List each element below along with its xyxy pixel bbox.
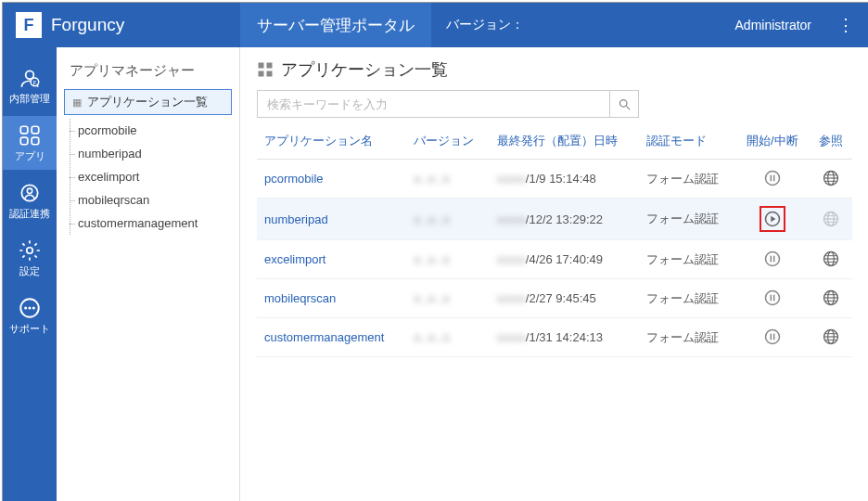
- browse-button: [820, 208, 842, 230]
- logo-icon: F: [16, 12, 42, 38]
- cell-browse: [809, 279, 852, 318]
- tree-item[interactable]: mobileqrscan: [70, 188, 239, 212]
- left-nav: F 内部管理 アプリ 認証連携 設定 サポート: [3, 47, 57, 501]
- cell-published: xxxx/1/31 14:24:13: [490, 318, 640, 357]
- cell-published: xxxx/1/9 15:14:48: [490, 160, 640, 199]
- table-row[interactable]: excelimportx.x.xxxxx/4/26 17:40:49フォーム認証: [257, 240, 852, 279]
- app-name-link[interactable]: mobileqrscan: [257, 279, 406, 318]
- svg-point-36: [765, 291, 779, 305]
- browse-button[interactable]: [820, 287, 842, 309]
- cell-published: xxxx/12/2 13:29:22: [490, 199, 640, 240]
- svg-rect-16: [259, 71, 264, 77]
- browse-button[interactable]: [820, 248, 842, 270]
- svg-rect-3: [20, 126, 28, 134]
- user-badge-icon: F: [18, 66, 42, 90]
- col-action[interactable]: 開始/中断: [735, 123, 809, 160]
- table-row[interactable]: mobileqrscanx.x.xxxxx/2/27 9:45:45フォーム認証: [257, 279, 852, 318]
- app-name-link[interactable]: excelimport: [257, 240, 406, 279]
- pause-icon: [763, 169, 782, 187]
- cell-action: [735, 279, 809, 318]
- nav-settings[interactable]: 設定: [3, 231, 57, 285]
- sidebar: アプリマネージャー ▦ アプリケーション一覧 pcormobile number…: [57, 47, 240, 501]
- svg-rect-6: [32, 137, 39, 145]
- search-input[interactable]: [257, 90, 609, 118]
- cell-browse: [809, 240, 852, 279]
- svg-line-19: [626, 106, 630, 109]
- nav-auth[interactable]: 認証連携: [3, 173, 57, 227]
- svg-rect-14: [259, 63, 264, 69]
- cell-auth: フォーム認証: [639, 279, 735, 318]
- version-label: バージョン：: [431, 17, 539, 33]
- app-name-link[interactable]: customermanagement: [257, 318, 406, 357]
- col-version[interactable]: バージョン: [406, 123, 490, 160]
- browse-button[interactable]: [820, 326, 842, 348]
- app-name-link[interactable]: pcormobile: [257, 160, 406, 199]
- pause-button[interactable]: [761, 167, 784, 189]
- cell-browse: [809, 160, 852, 199]
- pause-button[interactable]: [761, 248, 784, 270]
- globe-icon: [822, 250, 840, 268]
- nav-support[interactable]: サポート: [3, 289, 57, 342]
- tree-children: pcormobile numberipad excelimport mobile…: [70, 119, 239, 235]
- col-browse[interactable]: 参照: [809, 123, 852, 160]
- grid-icon: [257, 61, 274, 78]
- product-name: Forguncy: [51, 15, 124, 35]
- svg-text:F: F: [32, 79, 36, 85]
- cell-version: x.x.x: [406, 240, 490, 279]
- app-window: F Forguncy サーバー管理ポータル バージョン： Administrat…: [2, 2, 868, 501]
- start-button[interactable]: [760, 206, 785, 232]
- col-auth[interactable]: 認証モード: [639, 123, 735, 160]
- pause-icon: [763, 250, 782, 268]
- svg-rect-17: [267, 71, 273, 77]
- table-row[interactable]: customermanagementx.x.xxxxx/1/31 14:24:1…: [257, 318, 852, 357]
- cell-browse: [809, 199, 852, 240]
- cell-auth: フォーム認証: [639, 240, 735, 279]
- browse-button[interactable]: [820, 167, 842, 189]
- main-content: アプリケーション一覧 アプリケーション名 バージョン 最終発行（配置）日時 認証…: [240, 47, 868, 501]
- cell-published: xxxx/4/26 17:40:49: [490, 240, 640, 279]
- pause-button[interactable]: [761, 326, 784, 348]
- svg-point-9: [27, 247, 33, 253]
- table-row[interactable]: numberipadx.x.xxxxx/12/2 13:29:22フォーム認証: [257, 199, 852, 240]
- cell-action: [735, 199, 809, 240]
- svg-point-20: [765, 172, 779, 186]
- col-name[interactable]: アプリケーション名: [257, 123, 406, 160]
- col-published[interactable]: 最終発行（配置）日時: [490, 123, 640, 160]
- apps-table: アプリケーション名 バージョン 最終発行（配置）日時 認証モード 開始/中断 参…: [257, 123, 852, 357]
- globe-icon: [822, 328, 840, 346]
- search-button[interactable]: [609, 90, 639, 118]
- cell-version: x.x.x: [406, 160, 490, 199]
- gear-icon: [18, 238, 42, 263]
- svg-point-30: [765, 252, 779, 266]
- tree-item[interactable]: numberipad: [70, 142, 239, 165]
- svg-point-8: [27, 188, 32, 193]
- logo: F Forguncy: [3, 12, 240, 38]
- sidebar-title: アプリマネージャー: [57, 55, 239, 89]
- svg-point-13: [32, 306, 35, 309]
- cell-action: [735, 240, 809, 279]
- cell-published: xxxx/2/27 9:45:45: [490, 279, 640, 318]
- globe-icon: [822, 169, 840, 187]
- table-row[interactable]: pcormobilex.x.xxxxx/1/9 15:14:48フォーム認証: [257, 160, 852, 199]
- svg-rect-15: [267, 63, 273, 69]
- svg-point-12: [28, 306, 31, 309]
- tree-item[interactable]: excelimport: [70, 165, 239, 188]
- tree-item[interactable]: customermanagement: [70, 212, 239, 235]
- nav-internal[interactable]: F 内部管理: [3, 58, 57, 112]
- pause-icon: [763, 289, 782, 307]
- pause-button[interactable]: [761, 287, 784, 309]
- current-user[interactable]: Administrator: [724, 18, 823, 32]
- page-title: アプリケーション一覧: [257, 58, 852, 90]
- overflow-menu-icon[interactable]: ⋮: [823, 15, 868, 35]
- nav-apps[interactable]: アプリ: [3, 116, 57, 170]
- globe-icon: [822, 210, 840, 228]
- tree-root-app-list[interactable]: ▦ アプリケーション一覧: [64, 89, 232, 115]
- cell-version: x.x.x: [406, 279, 490, 318]
- cell-action: [735, 160, 809, 199]
- cell-auth: フォーム認証: [639, 160, 735, 199]
- tree-item[interactable]: pcormobile: [70, 119, 239, 142]
- svg-point-42: [765, 330, 779, 344]
- app-name-link[interactable]: numberipad: [257, 199, 406, 240]
- cell-action: [735, 318, 809, 357]
- svg-rect-4: [32, 126, 39, 134]
